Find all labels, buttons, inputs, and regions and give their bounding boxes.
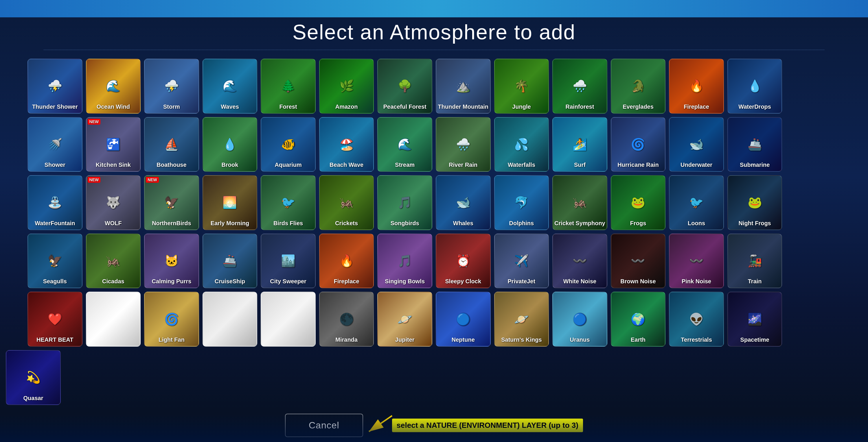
atmosphere-item-birdsflies[interactable]: 🐦Birds Flies bbox=[261, 175, 316, 230]
grid-last-row: 💫Quasar bbox=[0, 350, 868, 405]
atmosphere-item-spacetime[interactable]: 🌌Spacetime bbox=[727, 292, 782, 347]
atmosphere-item-crickets[interactable]: 🦗Crickets bbox=[319, 175, 374, 230]
atmosphere-item-neptune[interactable]: 🔵Neptune bbox=[436, 292, 491, 347]
atmosphere-item-boathouse[interactable]: ⛵Boathouse bbox=[144, 117, 199, 172]
terrestrials-label: Terrestrials bbox=[670, 335, 723, 344]
atmosphere-item-stream[interactable]: 🌊Stream bbox=[377, 117, 432, 172]
atmosphere-item-uranus[interactable]: 🔵Uranus bbox=[552, 292, 607, 347]
wolf-label: WOLF bbox=[87, 218, 140, 228]
atmosphere-item-privatejet[interactable]: ✈️PrivateJet bbox=[494, 234, 549, 288]
atmosphere-item-forest[interactable]: 🌲Forest bbox=[261, 59, 316, 113]
atmosphere-item-thunder-mountain[interactable]: ⛰️Thunder Mountain bbox=[436, 59, 491, 113]
atmosphere-item-aquarium[interactable]: 🐠Aquarium bbox=[261, 117, 316, 172]
atmosphere-item-cicadas[interactable]: 🦗Cicadas bbox=[86, 234, 141, 288]
birdsflies-label: Birds Flies bbox=[261, 218, 315, 228]
atmosphere-item-loons[interactable]: 🐦Loons bbox=[669, 175, 724, 230]
atmosphere-item-brook[interactable]: 💧Brook bbox=[203, 117, 257, 172]
atmosphere-item-dolphins[interactable]: 🐬Dolphins bbox=[494, 175, 549, 230]
atmosphere-item-cricket-symphony[interactable]: 🦗Cricket Symphony bbox=[552, 175, 607, 230]
boathouse-label: Boathouse bbox=[145, 160, 198, 169]
atmosphere-item-singing-bowls[interactable]: 🎵Singing Bowls bbox=[377, 234, 432, 288]
atmosphere-item-amazon[interactable]: 🌿Amazon bbox=[319, 59, 374, 113]
stream-icon: 🌊 bbox=[389, 128, 421, 161]
atmosphere-item-earlymorning[interactable]: 🌅Early Morning bbox=[203, 175, 257, 230]
northernbirds-icon: 🦅 bbox=[155, 186, 187, 218]
atmosphere-item-waterdrops[interactable]: 💧WaterDrops bbox=[727, 59, 782, 113]
atmosphere-item-beach-wave[interactable]: 🏖️Beach Wave bbox=[319, 117, 374, 172]
waves-icon: 🌊 bbox=[214, 70, 246, 102]
uranus-label: Uranus bbox=[553, 335, 607, 344]
atmosphere-item-kitchen-sink[interactable]: NEW🚰Kitchen Sink bbox=[86, 117, 141, 172]
atmosphere-item-train[interactable]: 🚂Train bbox=[727, 234, 782, 288]
dolphins-label: Dolphins bbox=[495, 218, 549, 228]
atmosphere-item-frogs[interactable]: 🐸Frogs bbox=[611, 175, 666, 230]
atmosphere-item-calming-purrs[interactable]: 🐱Calming Purrs bbox=[144, 234, 199, 288]
atmosphere-item-fireplace2[interactable]: 🔥Fireplace bbox=[319, 234, 374, 288]
atmosphere-item-storm[interactable]: ⛈️Storm bbox=[144, 59, 199, 113]
atmosphere-item-lightfan[interactable]: 🌀Light Fan bbox=[144, 292, 199, 347]
atmosphere-item-heartbeat[interactable]: ❤️HEART BEAT bbox=[28, 292, 83, 347]
atmosphere-item-earth[interactable]: 🌍Earth bbox=[611, 292, 666, 347]
brook-icon: 💧 bbox=[214, 128, 246, 161]
atmosphere-item-waterfalls[interactable]: 💦Waterfalls bbox=[494, 117, 549, 172]
amazon-icon: 🌿 bbox=[331, 70, 363, 102]
atmosphere-item-whitenoise[interactable]: 〰️White Noise bbox=[552, 234, 607, 288]
atmosphere-item-songbirds[interactable]: 🎵Songbirds bbox=[377, 175, 432, 230]
fireplace-icon: 🔥 bbox=[680, 70, 712, 102]
atmosphere-item-hurricane-rain[interactable]: 🌀Hurricane Rain bbox=[611, 117, 666, 172]
atmosphere-item-surf[interactable]: 🏄Surf bbox=[552, 117, 607, 172]
atmosphere-item-city-sweeper[interactable]: 🏙️City Sweeper bbox=[261, 234, 316, 288]
atmosphere-item-jupiter[interactable]: 🪐Jupiter bbox=[377, 292, 432, 347]
train-icon: 🚂 bbox=[739, 245, 771, 277]
fireplace2-icon: 🔥 bbox=[331, 245, 363, 277]
atmosphere-item-white2[interactable] bbox=[203, 292, 257, 347]
fireplace2-label: Fireplace bbox=[320, 277, 374, 286]
atmosphere-item-everglades[interactable]: 🐊Everglades bbox=[611, 59, 666, 113]
whales-label: Whales bbox=[436, 218, 490, 228]
atmosphere-item-ocean-wind[interactable]: 🌊Ocean Wind bbox=[86, 59, 141, 113]
whitenoise-icon: 〰️ bbox=[564, 245, 596, 277]
atmosphere-item-wolf[interactable]: NEW🐺WOLF bbox=[86, 175, 141, 230]
atmosphere-item-peaceful-forest[interactable]: 🌳Peaceful Forest bbox=[377, 59, 432, 113]
atmosphere-item-river-rain[interactable]: 🌧️River Rain bbox=[436, 117, 491, 172]
quasar-label: Quasar bbox=[6, 394, 60, 403]
atmosphere-item-northernbirds[interactable]: NEW🦅NorthernBirds bbox=[144, 175, 199, 230]
city-sweeper-icon: 🏙️ bbox=[272, 245, 304, 277]
peaceful-forest-icon: 🌳 bbox=[389, 70, 421, 102]
atmosphere-item-seagulls[interactable]: 🦅Seagulls bbox=[28, 234, 83, 288]
atmosphere-item-rainforest[interactable]: 🌧️Rainforest bbox=[552, 59, 607, 113]
atmosphere-item-waterfountain[interactable]: ⛲WaterFountain bbox=[28, 175, 83, 230]
atmosphere-item-brownnoise[interactable]: 〰️Brown Noise bbox=[611, 234, 666, 288]
atmosphere-item-terrestrials[interactable]: 👽Terrestrials bbox=[669, 292, 724, 347]
cruiseship-label: CruiseShip bbox=[203, 277, 257, 286]
aquarium-label: Aquarium bbox=[261, 160, 315, 169]
earlymorning-icon: 🌅 bbox=[214, 186, 246, 218]
atmosphere-item-quasar[interactable]: 💫Quasar bbox=[6, 350, 61, 405]
calming-purrs-label: Calming Purrs bbox=[145, 277, 198, 286]
atmosphere-item-nightfrogs[interactable]: 🐸Night Frogs bbox=[727, 175, 782, 230]
atmosphere-item-fireplace[interactable]: 🔥Fireplace bbox=[669, 59, 724, 113]
terrestrials-icon: 👽 bbox=[680, 303, 712, 335]
atmosphere-item-pinknoise[interactable]: 〰️Pink Noise bbox=[669, 234, 724, 288]
atmosphere-item-white1[interactable] bbox=[86, 292, 141, 347]
atmosphere-item-sleepy-clock[interactable]: ⏰Sleepy Clock bbox=[436, 234, 491, 288]
hurricane-rain-label: Hurricane Rain bbox=[611, 160, 665, 169]
atmosphere-item-waves[interactable]: 🌊Waves bbox=[203, 59, 257, 113]
waterdrops-icon: 💧 bbox=[739, 70, 771, 102]
atmosphere-item-submarine[interactable]: 🚢Submarine bbox=[727, 117, 782, 172]
atmosphere-item-whales[interactable]: 🐋Whales bbox=[436, 175, 491, 230]
atmosphere-item-jungle[interactable]: 🌴Jungle bbox=[494, 59, 549, 113]
jupiter-icon: 🪐 bbox=[389, 303, 421, 335]
top-bar bbox=[0, 0, 868, 18]
atmosphere-item-underwater[interactable]: 🐋Underwater bbox=[669, 117, 724, 172]
shower-label: Shower bbox=[28, 160, 82, 169]
atmosphere-item-saturns-kings[interactable]: 🪐Saturn's Kings bbox=[494, 292, 549, 347]
storm-label: Storm bbox=[145, 102, 198, 111]
atmosphere-item-cruiseship[interactable]: 🚢CruiseShip bbox=[203, 234, 257, 288]
privatejet-label: PrivateJet bbox=[495, 277, 549, 286]
cruiseship-icon: 🚢 bbox=[214, 245, 246, 277]
atmosphere-item-miranda[interactable]: 🌑Miranda bbox=[319, 292, 374, 347]
atmosphere-item-thunder-shower[interactable]: ⛈️Thunder Shower bbox=[28, 59, 83, 113]
atmosphere-item-shower[interactable]: 🚿Shower bbox=[28, 117, 83, 172]
atmosphere-item-white3[interactable] bbox=[261, 292, 316, 347]
